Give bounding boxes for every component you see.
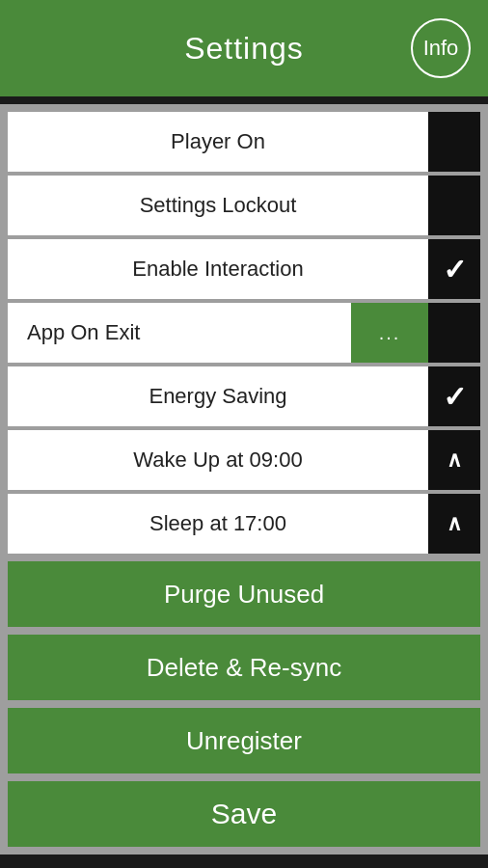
enable-interaction-check: ✓: [443, 253, 467, 286]
unregister-button[interactable]: Unregister: [8, 708, 480, 773]
info-button[interactable]: Info: [411, 18, 471, 78]
app-on-exit-toggle[interactable]: [428, 303, 480, 363]
app-header: Settings Info: [0, 0, 488, 96]
settings-lockout-row: Settings Lockout: [8, 176, 480, 235]
energy-saving-label[interactable]: Energy Saving: [8, 366, 428, 426]
settings-lockout-toggle[interactable]: [428, 176, 480, 235]
save-button[interactable]: Save: [8, 781, 480, 847]
energy-saving-toggle[interactable]: ✓: [428, 366, 480, 426]
app-on-exit-label[interactable]: App On Exit: [8, 303, 351, 363]
sleep-chevron: ∧: [447, 511, 462, 536]
player-on-label[interactable]: Player On: [8, 112, 428, 172]
wake-up-chevron: ∧: [447, 448, 462, 473]
enable-interaction-row: Enable Interaction ✓: [8, 239, 480, 299]
energy-saving-row: Energy Saving ✓: [8, 366, 480, 426]
app-on-exit-row: App On Exit ...: [8, 303, 480, 363]
wake-up-row: Wake Up at 09:00 ∧: [8, 430, 480, 490]
sleep-toggle[interactable]: ∧: [428, 494, 480, 554]
wake-up-toggle[interactable]: ∧: [428, 430, 480, 490]
settings-lockout-label[interactable]: Settings Lockout: [8, 176, 428, 235]
player-on-row: Player On: [8, 112, 480, 172]
energy-saving-check: ✓: [443, 380, 467, 414]
purge-unused-button[interactable]: Purge Unused: [8, 561, 480, 627]
sleep-label[interactable]: Sleep at 17:00: [8, 494, 428, 554]
bottom-nav-bar: [0, 854, 488, 868]
settings-main: Player On Settings Lockout Enable Intera…: [0, 104, 488, 854]
header-title: Settings: [184, 31, 304, 67]
sleep-row: Sleep at 17:00 ∧: [8, 494, 480, 554]
enable-interaction-toggle[interactable]: ✓: [428, 239, 480, 299]
wake-up-label[interactable]: Wake Up at 09:00: [8, 430, 428, 490]
enable-interaction-label[interactable]: Enable Interaction: [8, 239, 428, 299]
app-on-exit-dots-button[interactable]: ...: [351, 303, 428, 363]
header-separator: [0, 96, 488, 104]
delete-resync-button[interactable]: Delete & Re-sync: [8, 635, 480, 700]
player-on-toggle[interactable]: [428, 112, 480, 172]
